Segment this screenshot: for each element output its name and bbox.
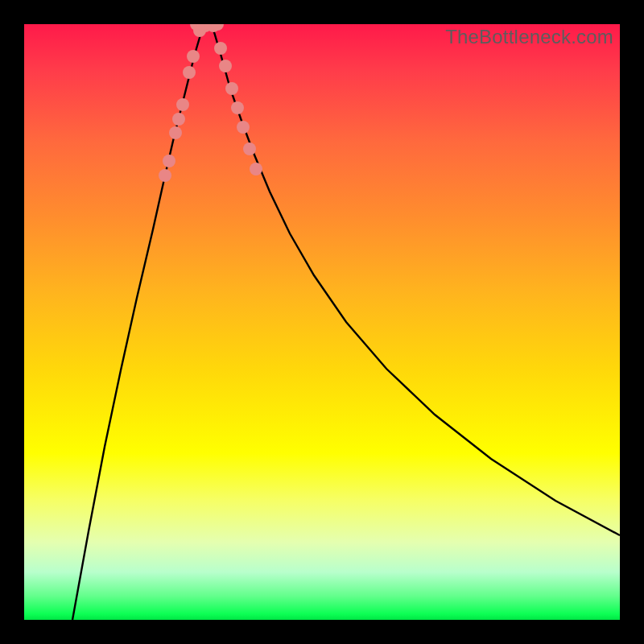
data-dot (214, 42, 227, 55)
data-dot (237, 121, 250, 134)
data-dot (225, 82, 238, 95)
data-dots (159, 24, 262, 182)
data-dot (219, 60, 232, 72)
data-dot (169, 126, 182, 139)
chart-frame: TheBottleneck.com (0, 0, 644, 644)
left-curve (72, 24, 208, 620)
data-dot (250, 163, 262, 175)
data-dot (172, 113, 185, 126)
data-dot (243, 142, 256, 155)
right-curve (208, 24, 620, 535)
chart-svg (24, 24, 620, 620)
data-dot (163, 155, 175, 167)
data-dot (187, 50, 200, 63)
data-dot (183, 66, 196, 79)
curve-group (72, 24, 620, 620)
data-dot (176, 98, 189, 111)
plot-area: TheBottleneck.com (24, 24, 620, 620)
data-dot (231, 101, 244, 114)
data-dot (159, 169, 171, 182)
